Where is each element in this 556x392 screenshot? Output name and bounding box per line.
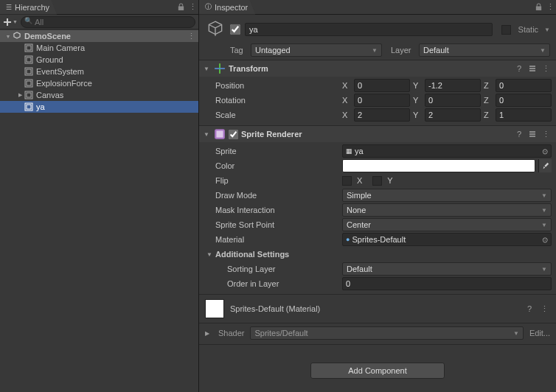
position-x-input[interactable] (354, 79, 410, 92)
object-picker-icon[interactable]: ⊙ (542, 236, 548, 244)
flip-y-label: Y (387, 176, 392, 185)
sorting-layer-dropdown[interactable]: Default ▼ (342, 262, 552, 276)
sprite-renderer-enabled-checkbox[interactable] (229, 130, 238, 139)
scale-label: Scale (215, 111, 342, 119)
help-icon[interactable]: ? (513, 128, 525, 140)
unity-logo-icon (12, 31, 22, 41)
flip-y-checkbox[interactable] (372, 176, 382, 186)
object-picker-icon[interactable]: ⊙ (542, 147, 548, 155)
layer-dropdown[interactable]: Default ▼ (419, 43, 550, 57)
static-dropdown-arrow-icon[interactable]: ▼ (544, 27, 550, 33)
y-label: Y (413, 81, 422, 90)
foldout-icon: ▼ (204, 66, 211, 72)
flip-label: Flip (215, 176, 342, 185)
svg-rect-3 (27, 57, 31, 62)
color-swatch (343, 160, 535, 172)
sort-point-label: Sprite Sort Point (215, 220, 342, 229)
position-y-input[interactable] (425, 79, 481, 92)
order-in-layer-input[interactable] (342, 277, 552, 290)
material-object-field[interactable]: ● Sprites-Default ⊙ (342, 233, 552, 246)
foldout-icon[interactable] (16, 91, 24, 99)
gameobject-name-input[interactable] (245, 23, 493, 36)
draw-mode-dropdown[interactable]: Simple ▼ (342, 189, 552, 202)
gameobject-icon (24, 102, 34, 112)
mask-interaction-dropdown[interactable]: None ▼ (342, 203, 552, 217)
foldout-icon[interactable]: ▼ (206, 251, 215, 258)
material-preview (205, 299, 224, 318)
tree-item-explosionforce[interactable]: ExplosionForce (0, 77, 198, 89)
sprite-renderer-header[interactable]: ▼ Sprite Renderer ? ⋮ (199, 126, 556, 142)
chevron-down-icon: ▼ (372, 47, 378, 54)
material-name-label: Sprites-Default (Material) (230, 304, 320, 313)
component-menu-icon[interactable]: ⋮ (540, 63, 552, 74)
sprite-renderer-title: Sprite Renderer (241, 130, 302, 139)
lock-icon[interactable] (532, 1, 544, 13)
sprite-object-field[interactable]: ▦ ya ⊙ (342, 144, 552, 158)
create-dropdown[interactable]: ▼ (3, 16, 18, 28)
gameobject-icon (24, 66, 34, 77)
shader-dropdown[interactable]: Sprites/Default ▼ (250, 326, 523, 340)
inspector-tab-label: Inspector (215, 3, 248, 12)
chevron-down-icon: ▼ (513, 330, 519, 337)
help-icon[interactable]: ? (524, 303, 535, 315)
eyedropper-icon[interactable] (538, 159, 552, 172)
sorting-layer-label: Sorting Layer (227, 265, 342, 273)
flip-x-label: X (357, 176, 362, 185)
sort-point-dropdown[interactable]: Center ▼ (342, 218, 552, 231)
rotation-z-input[interactable] (496, 94, 552, 107)
material-icon: ● (346, 236, 350, 243)
tree-item-eventsystem[interactable]: EventSystem (0, 66, 198, 77)
color-field[interactable] (342, 159, 535, 172)
component-menu-icon[interactable]: ⋮ (538, 303, 550, 315)
scale-z-input[interactable] (496, 108, 552, 122)
tree-item-label: ya (36, 102, 45, 111)
transform-header[interactable]: ▼ Transform ? ⋮ (199, 60, 556, 77)
order-in-layer-label: Order in Layer (227, 279, 342, 288)
tree-item-canvas[interactable]: Canvas (0, 89, 198, 101)
svg-rect-5 (27, 69, 31, 74)
scene-menu-icon[interactable]: ⋮ (187, 32, 195, 41)
draw-mode-label: Draw Mode (215, 191, 342, 200)
edit-button[interactable]: Edit... (529, 329, 550, 337)
gameobject-icon (24, 55, 34, 65)
position-z-input[interactable] (496, 79, 552, 92)
component-menu-icon[interactable]: ⋮ (540, 128, 552, 140)
shader-label: Shader (218, 329, 244, 337)
chevron-down-icon: ▼ (541, 192, 547, 199)
tree-item-label: Main Camera (36, 43, 85, 52)
scale-y-input[interactable] (425, 108, 481, 122)
search-input[interactable] (21, 16, 195, 28)
rotation-y-input[interactable] (425, 94, 481, 107)
svg-rect-1 (27, 46, 31, 50)
foldout-icon[interactable]: ▶ (205, 330, 212, 337)
tree-item-label: Ground (36, 55, 63, 64)
scale-x-input[interactable] (354, 108, 410, 122)
inspector-tab[interactable]: ⓘ Inspector (199, 0, 255, 15)
tree-item-label: EventSystem (36, 67, 84, 76)
preset-icon[interactable] (527, 63, 538, 74)
tag-dropdown[interactable]: Untagged ▼ (251, 43, 382, 57)
add-component-button[interactable]: Add Component (310, 363, 445, 379)
tree-item-label: ExplosionForce (36, 79, 92, 88)
gameobject-icon (24, 90, 34, 100)
help-icon[interactable]: ? (513, 63, 525, 74)
transform-title: Transform (229, 64, 268, 73)
hierarchy-tab[interactable]: ☰ Hierarchy (0, 0, 57, 15)
tree-item-ground[interactable]: Ground (0, 54, 198, 66)
panel-menu-icon[interactable]: ⋮ (544, 1, 556, 13)
panel-menu-icon[interactable]: ⋮ (187, 1, 198, 13)
additional-settings-label: Additional Settings (215, 250, 342, 259)
inspector-icon: ⓘ (205, 2, 212, 12)
tree-item-ya[interactable]: ya (0, 101, 198, 113)
scene-row[interactable]: DemoScene ⋮ (0, 30, 198, 42)
foldout-icon[interactable] (4, 32, 12, 40)
lock-icon[interactable] (175, 1, 187, 13)
static-checkbox[interactable] (501, 25, 511, 35)
hierarchy-tab-label: Hierarchy (15, 3, 49, 12)
gameobject-enabled-checkbox[interactable] (230, 24, 240, 35)
flip-x-checkbox[interactable] (342, 176, 352, 186)
tree-item-main-camera[interactable]: Main Camera (0, 42, 198, 54)
preset-icon[interactable] (527, 128, 538, 140)
rotation-x-input[interactable] (354, 94, 410, 107)
svg-rect-11 (27, 105, 31, 109)
